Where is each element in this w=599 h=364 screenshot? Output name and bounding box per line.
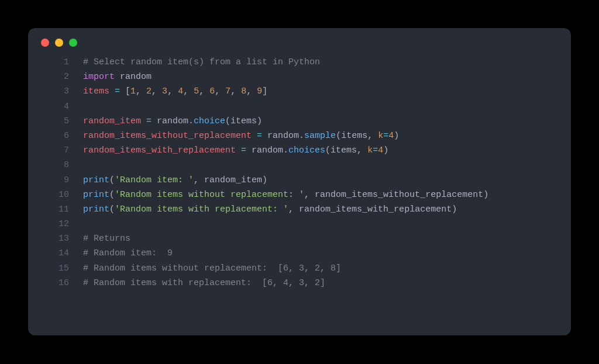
code-line[interactable]: 2import random [28,70,571,84]
token-punct: , random_item) [194,175,267,185]
token-default: random [152,116,188,126]
line-number: 13 [41,231,83,246]
token-punct: . [283,145,288,155]
code-content: import random [83,70,152,84]
token-num: 3 [162,86,167,96]
line-number: 11 [41,202,83,217]
token-num: 4 [178,86,183,96]
code-content: print('Random item: ', random_item) [83,173,267,188]
token-str: 'Random items with replacement: ' [115,204,288,214]
code-window: 1# Select random item(s) from a list in … [28,28,571,335]
token-import: import [83,72,115,82]
maximize-icon[interactable] [69,39,77,47]
minimize-icon[interactable] [55,39,63,47]
code-line[interactable]: 13# Returns [28,231,571,246]
code-content: print('Random items with replacement: ',… [83,202,457,217]
code-line[interactable]: 15# Random items without replacement: [6… [28,261,571,276]
code-content: # Returns [83,231,130,246]
token-comment: # Random item: 9 [83,248,173,258]
token-num: 9 [257,86,262,96]
code-content: random_items_with_replacement = random.c… [83,143,388,158]
line-number: 16 [41,276,83,290]
line-number: 10 [41,188,83,202]
token-punct: (items) [225,116,262,126]
token-num: 6 [209,86,215,96]
token-kwarg: k [378,131,383,141]
token-num: 7 [225,86,230,96]
token-str: 'Random item: ' [115,175,194,185]
code-content: # Random items with replacement: [6, 4, … [83,276,325,290]
token-comment: # Returns [83,234,130,244]
token-punct: , [183,86,194,96]
token-ident: random_items_without_replacement [83,131,257,141]
code-content: random_items_without_replacement = rando… [83,129,399,143]
code-content: # Select random item(s) from a list in P… [83,55,320,70]
close-icon[interactable] [41,39,49,47]
token-ident: random_items_with_replacement [83,145,241,155]
token-attr: choices [288,145,325,155]
token-punct: ( [109,204,115,214]
code-line[interactable]: 16# Random items with replacement: [6, 4… [28,276,571,290]
line-number: 12 [41,217,83,231]
token-punct: ) [394,131,399,141]
token-punct: , random_items_without_replacement) [304,190,488,200]
token-num: 1 [130,86,136,96]
token-func: print [83,190,109,200]
token-comment: # Random items with replacement: [6, 4, … [83,278,325,288]
line-number: 6 [41,129,83,143]
token-op: = [146,116,152,126]
token-punct: , [136,86,146,96]
code-editor[interactable]: 1# Select random item(s) from a list in … [28,53,571,290]
token-punct: ] [262,86,267,96]
line-number: 3 [41,84,83,99]
token-attr: choice [194,116,225,126]
code-line[interactable]: 5random_item = random.choice(items) [28,114,571,129]
token-num: 4 [378,145,383,155]
token-punct: , [246,86,257,96]
code-line[interactable]: 6random_items_without_replacement = rand… [28,129,571,143]
token-func: print [83,204,109,214]
token-num: 4 [388,131,394,141]
token-punct: [ [120,86,130,96]
token-num: 2 [146,86,152,96]
line-number: 14 [41,246,83,261]
code-line[interactable]: 7random_items_with_replacement = random.… [28,143,571,158]
token-punct: (items, [325,145,367,155]
token-attr: sample [304,131,336,141]
code-content: # Random item: 9 [83,246,173,261]
code-line[interactable]: 14# Random item: 9 [28,246,571,261]
code-line[interactable]: 4 [28,99,571,114]
token-default: random [262,131,299,141]
token-punct: ( [109,190,115,200]
token-default: random [246,145,283,155]
token-punct: , [152,86,162,96]
code-line[interactable]: 1# Select random item(s) from a list in … [28,55,571,70]
token-punct: . [299,131,304,141]
token-punct: , [199,86,209,96]
code-line[interactable]: 10print('Random items without replacemen… [28,188,571,202]
code-line[interactable]: 9print('Random item: ', random_item) [28,173,571,188]
token-punct: , random_items_with_replacement) [288,204,457,214]
line-number: 8 [41,158,83,172]
token-punct: , [215,86,225,96]
code-line[interactable]: 11print('Random items with replacement: … [28,202,571,217]
token-op: = [383,131,388,141]
code-line[interactable]: 12 [28,217,571,231]
token-punct: ( [109,175,115,185]
token-ident: items [83,86,115,96]
token-ident: random_item [83,116,146,126]
code-line[interactable]: 3items = [1, 2, 3, 4, 5, 6, 7, 8, 9] [28,84,571,99]
line-number: 15 [41,261,83,276]
token-num: 5 [194,86,199,96]
code-content: random_item = random.choice(items) [83,114,262,129]
token-comment: # Random items without replacement: [6, … [83,264,341,273]
token-num: 8 [241,86,246,96]
token-kwarg: k [367,145,373,155]
line-number: 5 [41,114,83,129]
token-op: = [241,145,246,155]
token-punct: , [167,86,178,96]
token-comment: # Select random item(s) from a list in P… [83,57,320,67]
token-module: random [120,72,152,82]
code-line[interactable]: 8 [28,158,571,172]
token-op: = [115,86,120,96]
